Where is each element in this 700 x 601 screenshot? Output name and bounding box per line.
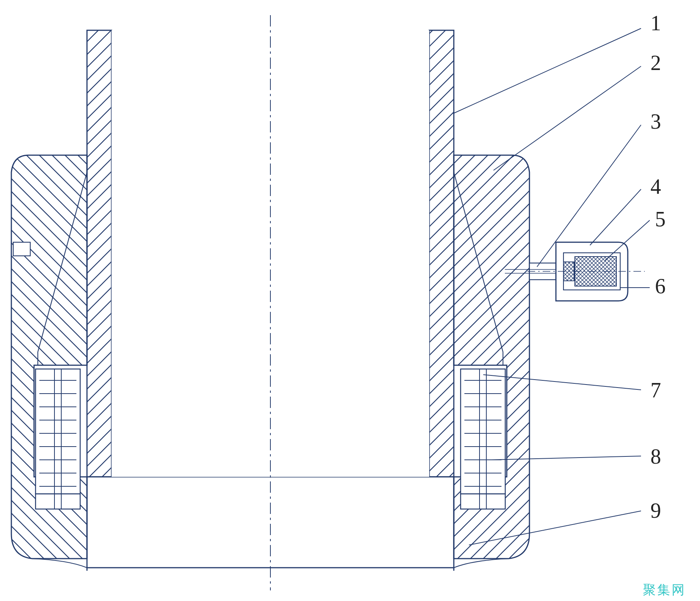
label-numbers: 1 2 3 4 5 6 7 8 9 [650,11,666,522]
label-4: 4 [650,175,661,198]
watermark: 聚集网 [643,582,686,597]
svg-rect-2 [13,242,30,256]
svg-rect-16 [36,369,80,494]
svg-line-36 [453,28,641,114]
spring-chamber-left [36,369,80,509]
label-7: 7 [650,378,661,402]
svg-rect-4 [461,494,505,509]
technical-drawing: 1 2 3 4 5 6 7 8 9 聚集网 [0,0,700,601]
svg-rect-17 [36,494,80,509]
label-6: 6 [655,274,666,298]
label-9: 9 [650,499,661,522]
spring-chamber-right [461,369,505,509]
label-1: 1 [650,11,661,35]
label-8: 8 [650,445,661,468]
svg-line-39 [590,189,641,245]
label-5: 5 [655,207,666,231]
label-2: 2 [650,51,661,75]
label-3: 3 [650,110,661,133]
svg-rect-3 [461,369,505,494]
